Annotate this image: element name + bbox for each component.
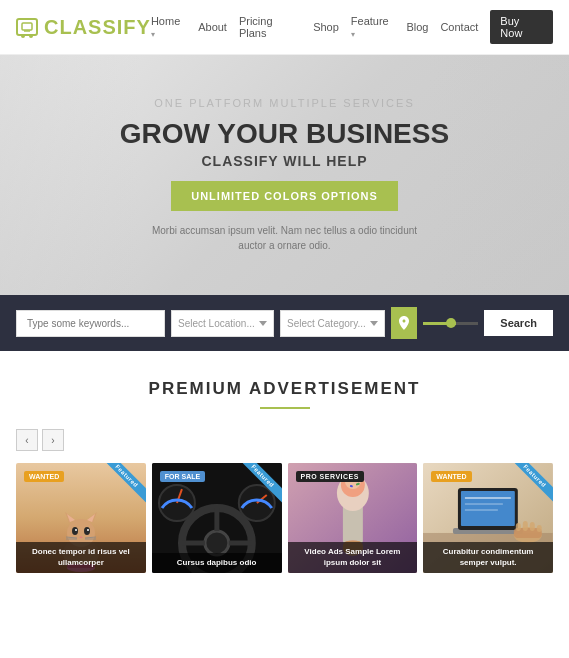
svg-point-10	[75, 529, 77, 531]
ad-card-3[interactable]: PRO SERVICES Video Ads Sample Lorem ipsu…	[288, 463, 418, 573]
card-footer-2: Cursus dapibus odio	[152, 553, 282, 573]
ad-card-2[interactable]: For Sale Featured Cursus dapibus odio	[152, 463, 282, 573]
hero-bg-right	[429, 55, 569, 295]
hero-section: ONE PLATFORM MULTIPLE SERVICES GROW YOUR…	[0, 55, 569, 295]
ad-cards-grid: Wanted Featured Donec tempor id risus ve…	[16, 463, 553, 573]
svg-point-21	[205, 531, 229, 555]
hero-subtitle: ONE PLATFORM MULTIPLE SERVICES	[154, 97, 415, 109]
svg-rect-52	[537, 525, 542, 532]
card-badge-3: PRO SERVICES	[296, 471, 364, 482]
svg-point-8	[72, 527, 78, 535]
section-title: PREMIUM ADVERTISEMENT	[16, 379, 553, 399]
chevron-down-icon-2: ▾	[351, 30, 355, 39]
svg-rect-51	[530, 522, 535, 531]
card-title-2: Cursus dapibus odio	[158, 558, 276, 568]
section-divider	[260, 407, 310, 409]
svg-point-11	[87, 529, 89, 531]
hero-title: GROW YOUR BUSINESS	[120, 117, 449, 151]
card-title-4: Curabitur condimentum semper vulput.	[429, 547, 547, 568]
hero-cta-button[interactable]: UNLIMITED COLORS OPTIONS	[171, 181, 398, 211]
category-select-wrap: Select Category...	[280, 310, 385, 337]
logo-text: CLASSIFY	[44, 16, 151, 39]
card-footer-1: Donec tempor id risus vel ullamcorper	[16, 542, 146, 573]
location-pin-button[interactable]	[391, 307, 417, 339]
card-title-3: Video Ads Sample Lorem ipsum dolor sit	[294, 547, 412, 568]
carousel-prev-button[interactable]: ‹	[16, 429, 38, 451]
svg-rect-50	[523, 521, 528, 531]
nav-contact[interactable]: Contact	[440, 21, 478, 33]
hero-description: Morbi accumsan ipsum velit. Nam nec tell…	[152, 223, 417, 253]
card-footer-3: Video Ads Sample Lorem ipsum dolor sit	[288, 542, 418, 573]
price-range-slider[interactable]	[423, 322, 478, 325]
location-select-wrap: Select Location...	[171, 310, 274, 337]
carousel-next-button[interactable]: ›	[42, 429, 64, 451]
nav-shop[interactable]: Shop	[313, 21, 339, 33]
ad-card-1[interactable]: Wanted Featured Donec tempor id risus ve…	[16, 463, 146, 573]
card-badge-2: For Sale	[160, 471, 205, 482]
hero-tagline: CLASSIFY WILL HELP	[201, 153, 367, 169]
nav-feature[interactable]: Feature ▾	[351, 15, 395, 39]
hero-bg-left	[0, 55, 140, 295]
svg-point-9	[84, 527, 90, 535]
nav-home[interactable]: Home ▾	[151, 15, 186, 39]
card-footer-4: Curabitur condimentum semper vulput.	[423, 542, 553, 573]
nav-pricing[interactable]: Pricing Plans	[239, 15, 301, 39]
location-select[interactable]: Select Location...	[171, 310, 274, 337]
svg-rect-0	[22, 23, 32, 30]
card-title-1: Donec tempor id risus vel ullamcorper	[22, 547, 140, 568]
slider-thumb[interactable]	[446, 318, 456, 328]
svg-rect-49	[516, 523, 521, 531]
nav-buy-now[interactable]: Buy Now	[490, 10, 553, 44]
card-badge-4: Wanted	[431, 471, 471, 482]
card-badge-1: Wanted	[24, 471, 64, 482]
slider-track[interactable]	[423, 322, 478, 325]
ad-card-4[interactable]: Wanted Featured Curabitur condimentum se…	[423, 463, 553, 573]
chevron-down-icon: ▾	[151, 30, 155, 39]
header: CLASSIFY Home ▾ About Pricing Plans Shop…	[0, 0, 569, 55]
logo[interactable]: CLASSIFY	[16, 16, 151, 39]
nav-about[interactable]: About	[198, 21, 227, 33]
premium-section: PREMIUM ADVERTISEMENT ‹ ›	[0, 351, 569, 593]
search-bar: Select Location... Select Category... Se…	[0, 295, 569, 351]
carousel-controls: ‹ ›	[16, 429, 553, 451]
main-nav: Home ▾ About Pricing Plans Shop Feature …	[151, 10, 553, 44]
svg-rect-43	[461, 491, 515, 526]
nav-blog[interactable]: Blog	[406, 21, 428, 33]
search-button[interactable]: Search	[484, 310, 553, 336]
category-select[interactable]: Select Category...	[280, 310, 385, 337]
logo-icon	[16, 18, 38, 36]
keyword-search-input[interactable]	[16, 310, 165, 337]
